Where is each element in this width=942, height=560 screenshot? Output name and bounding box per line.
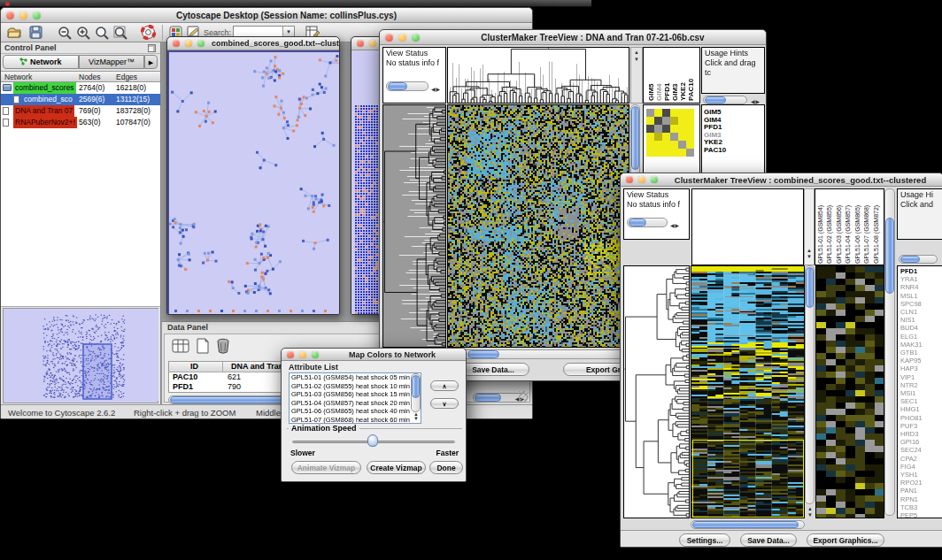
network-view-titlebar[interactable]: combined_scores_good.txt--cluste... (167, 37, 339, 50)
network-overview-canvas[interactable] (4, 309, 158, 401)
column-label[interactable]: GPL51-06 (GSM865) (854, 189, 863, 264)
usage-hints-scrollbar[interactable] (899, 255, 938, 264)
gene-label[interactable]: PAN1 (900, 487, 942, 495)
column-label[interactable]: GPL51-04 (GSM857) (845, 189, 853, 264)
scroll-arrows[interactable]: ▲▼ (413, 412, 419, 421)
tab-overflow-arrow[interactable]: ▶ (144, 55, 158, 69)
minimize-button[interactable] (398, 34, 406, 42)
settings-button[interactable]: Settings... (679, 533, 730, 547)
attribute-list-item[interactable]: GPL51-07 (GSM868) heat shock 60 min (290, 416, 421, 424)
data-col-id[interactable]: ID (190, 362, 198, 371)
network-table-row[interactable]: DNA and Tran 07769(0)183728(0) (1, 105, 160, 117)
gene-label[interactable]: SEC24 (900, 446, 942, 454)
attribute-list-item[interactable]: GPL51-06 (GSM865) heat shock 40 min (290, 407, 421, 416)
scroll-arrows[interactable]: ◀▶ (751, 98, 761, 104)
minimize-button[interactable] (299, 351, 306, 358)
zoom-selected-icon[interactable] (95, 26, 110, 40)
gene-label[interactable]: MSL1 (900, 292, 942, 300)
row-label[interactable]: PAC10 (704, 147, 762, 155)
minimize-button[interactable] (638, 176, 645, 183)
new-attribute-icon[interactable] (195, 338, 211, 354)
column-label[interactable]: GIM3 (671, 48, 679, 101)
zoom-button[interactable] (33, 12, 41, 19)
gene-label[interactable]: HRD3 (900, 430, 942, 438)
zoom-in-icon[interactable] (76, 26, 91, 40)
attribute-list-item[interactable]: GPL51-01 (GSM854) heat shock 05 min (290, 373, 421, 382)
minimize-button[interactable] (369, 40, 376, 47)
heatmap-zoom-view[interactable] (816, 266, 884, 518)
gene-label[interactable]: MAK31 (900, 341, 942, 349)
column-label[interactable]: GIM5 (647, 48, 655, 101)
heatmap-global-view[interactable] (691, 266, 804, 518)
gene-label[interactable]: RNR4 (900, 283, 942, 291)
network-table-row[interactable]: combined_scores2764(0)16218(0) (1, 82, 160, 94)
gene-label[interactable]: PUF3 (900, 422, 942, 430)
column-label[interactable]: YKE2 (679, 48, 687, 101)
column-label[interactable]: GIM4 (655, 48, 663, 101)
column-label[interactable]: GPL51-03 (GSM856) (836, 189, 845, 264)
help-lifesaver-icon[interactable] (141, 25, 156, 40)
attribute-select-icon[interactable] (172, 338, 189, 354)
view-status-scrollbar[interactable] (386, 81, 429, 91)
gene-label[interactable]: SEC1 (900, 397, 942, 405)
usage-hints-scrollbar[interactable] (703, 96, 747, 104)
column-label[interactable]: GPL51-01 (GSM854) (817, 189, 826, 264)
gene-list-scrollbar[interactable] (884, 188, 895, 516)
minimize-button[interactable] (19, 12, 27, 19)
heatmap-global-view[interactable] (448, 105, 629, 347)
gene-label[interactable]: TCB3 (900, 503, 942, 511)
zoom-button[interactable] (197, 40, 205, 47)
close-button[interactable] (385, 34, 393, 42)
column-label[interactable]: GPL51-07 (GSM868) (863, 189, 872, 264)
save-data-button[interactable]: Save Data... (457, 363, 529, 376)
gene-label[interactable]: GTB1 (900, 349, 942, 357)
column-label[interactable]: PAC10 (687, 48, 695, 101)
gene-label[interactable]: FIG4 (900, 463, 942, 471)
gene-label[interactable]: HAP3 (900, 364, 942, 372)
row-dendrogram[interactable] (383, 105, 445, 347)
background-close-icon[interactable] (5, 2, 10, 6)
attribute-list-item[interactable]: GPL51-02 (GSM855) heat shock 10 min (290, 382, 421, 391)
zoom-button[interactable] (312, 351, 319, 358)
heatmap-hscrollbar[interactable] (447, 349, 640, 359)
gene-label[interactable]: BUD4 (900, 324, 942, 332)
dialog-titlebar[interactable]: Map Colors to Network (282, 349, 466, 361)
gene-label[interactable]: CPA2 (900, 455, 942, 463)
gene-label[interactable]: SPC98 (900, 300, 942, 308)
gene-label[interactable]: KAP95 (900, 357, 942, 364)
float-panel-icon[interactable] (148, 44, 156, 52)
move-up-button[interactable]: ∧ (430, 380, 459, 391)
zoom-button[interactable] (651, 176, 658, 183)
scroll-arrows[interactable]: ▼ (634, 57, 639, 62)
network-table-row[interactable]: RNAPuberNov2+!563(0)107847(0) (1, 117, 160, 128)
heatmap-hscrollbar[interactable] (691, 520, 805, 529)
zoom-out-icon[interactable] (58, 26, 73, 40)
scroll-arrows[interactable]: ◀▶ (431, 85, 441, 95)
zoom-fit-icon[interactable] (113, 26, 128, 40)
export-graphics-button[interactable]: Export Graphics... (807, 533, 884, 547)
animate-vizmap-button[interactable]: Animate Vizmap (291, 461, 361, 474)
move-down-button[interactable]: ∨ (430, 398, 459, 409)
gene-label[interactable]: CLN1 (900, 308, 942, 316)
treeview-bottom-titlebar[interactable]: ClusterMaker TreeView : combined_scores_… (621, 173, 942, 187)
save-data-button[interactable]: Save Data... (740, 533, 797, 547)
gene-label[interactable]: GPI16 (900, 438, 942, 446)
save-icon[interactable] (29, 26, 42, 39)
network-table-row[interactable]: combined_sco2569(6)13112(15) (1, 94, 160, 105)
treeview-top-titlebar[interactable]: ClusterMaker TreeView : DNA and Tran 07-… (380, 30, 766, 45)
view-status-scrollbar[interactable] (627, 218, 668, 227)
speed-slider-thumb[interactable] (367, 434, 378, 447)
delete-attribute-icon[interactable] (216, 338, 230, 354)
gene-label[interactable]: YSH1 (900, 471, 942, 479)
resize-grip[interactable] (519, 391, 529, 401)
close-button[interactable] (173, 40, 180, 47)
gene-label[interactable]: HMG1 (900, 405, 942, 413)
gene-label[interactable]: PEP5 (900, 511, 942, 518)
close-button[interactable] (357, 40, 364, 47)
gene-label[interactable]: RPO21 (900, 479, 942, 487)
close-button[interactable] (287, 351, 294, 358)
column-dendrogram[interactable] (448, 48, 629, 103)
gene-label[interactable]: NIS1 (900, 316, 942, 324)
zoom-button[interactable] (412, 34, 420, 42)
gene-label[interactable]: PFD1 (900, 267, 942, 275)
